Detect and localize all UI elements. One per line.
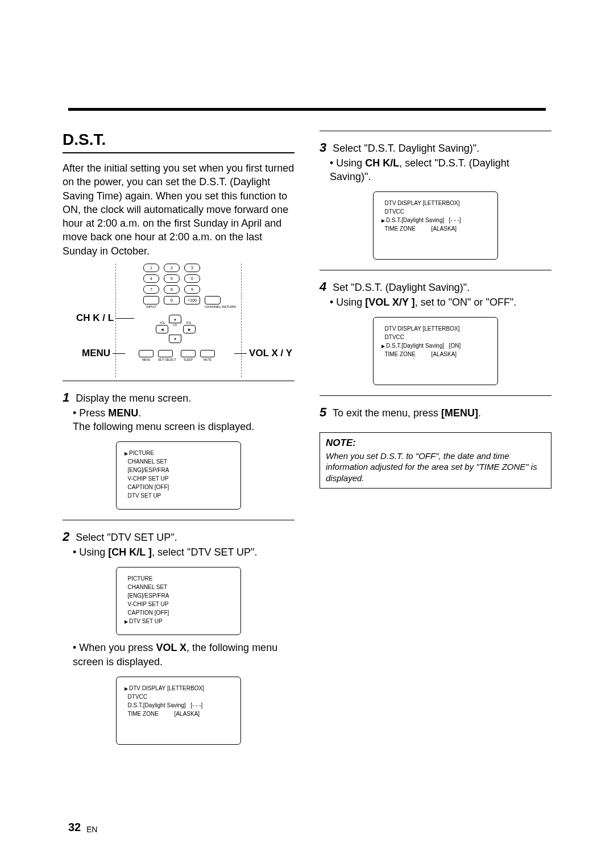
intro-paragraph: After the initial setting you set when y… — [63, 161, 294, 258]
bottom-buttons: MENU SET/ SELECT SLEEP MUTE — [139, 350, 215, 361]
remote-outline: 123 456 789 INPUT 0 +100 CHANNEL RETURN … — [115, 264, 242, 377]
mute-label: MUTE — [200, 358, 215, 361]
manual-page: D.S.T. After the initial setting you set… — [0, 0, 614, 868]
columns: D.S.T. After the initial setting you set… — [63, 131, 551, 755]
sleep-label: SLEEP — [181, 358, 196, 361]
step-2: 2 Select "DTV SET UP". • Using [CH K/L ]… — [63, 520, 294, 755]
step-3-text: 3 Select "D.S.T. Daylight Saving)". — [320, 139, 551, 156]
top-rule — [68, 108, 546, 111]
menu-label: MENU — [82, 348, 125, 359]
ch-label: CH K / L — [76, 312, 134, 324]
step-1-number: 1 — [63, 390, 69, 404]
input-label: INPUT — [143, 305, 159, 308]
plus100-button: +100 — [184, 296, 200, 304]
step-2-sub3: • When you press VOL X, the following me… — [73, 641, 294, 669]
keypad: 123 456 789 INPUT 0 +100 CHANNEL RETURN — [143, 264, 236, 311]
note-title: NOTE: — [326, 437, 545, 449]
step-2-text: 2 Select "DTV SET UP". — [63, 528, 294, 545]
step-4: 4 Set "D.S.T. (Daylight Saving)". • Usin… — [320, 270, 551, 395]
step-4-screen: DTV DISPLAY [LETTERBOX]DTVCCD.S.T.[Dayli… — [373, 317, 498, 385]
left-column: D.S.T. After the initial setting you set… — [63, 131, 294, 755]
note-body: When you set D.S.T. to "OFF", the date a… — [326, 450, 545, 484]
step-3-screen: DTV DISPLAY [LETTERBOX]DTVCCD.S.T.[Dayli… — [373, 191, 498, 260]
step-2-screen: PICTURECHANNEL SET[ENG]/ESP/FRAV-CHIP SE… — [116, 567, 241, 635]
remote-diagram: 123 456 789 INPUT 0 +100 CHANNEL RETURN … — [63, 264, 294, 377]
step-3-number: 3 — [320, 140, 326, 155]
step-1-sub2: The following menu screen is displayed. — [73, 420, 294, 433]
step-1-text: 1 Display the menu screen. — [63, 389, 294, 406]
vol-label: VOL X / Y — [234, 348, 292, 359]
step-4-number: 4 — [320, 279, 326, 294]
step-3: 3 Select "D.S.T. Daylight Saving)". • Us… — [320, 131, 551, 270]
step-5: 5 To exit the menu, press [MENU]. — [320, 395, 551, 425]
channel-return-label: CHANNEL RETURN — [205, 305, 236, 308]
step-2-sub: • Using [CH K/L ], select "DTV SET UP". — [73, 545, 294, 559]
right-column: 3 Select "D.S.T. Daylight Saving)". • Us… — [320, 131, 551, 755]
step-4-sub: • Using [VOL X/Y ], set to "ON" or "OFF"… — [330, 295, 551, 309]
dpad-down: ▼ — [169, 335, 181, 343]
page-lang: EN — [86, 825, 97, 834]
step-3-sub: • Using CH K/L, select "D.S.T. (Daylight… — [330, 156, 551, 184]
step-1-screen: PICTURECHANNEL SET[ENG]/ESP/FRAV-CHIP SE… — [116, 441, 241, 510]
dpad: CH▲ ▼ ◀VOL VOL▶ — [156, 315, 196, 343]
menu-btn-label: MENU — [139, 358, 154, 361]
step-2-number: 2 — [63, 529, 69, 544]
section-title: D.S.T. — [63, 131, 294, 153]
step-5-number: 5 — [320, 405, 326, 419]
dpad-up: CH▲ — [169, 315, 181, 323]
page-number: 32 — [68, 821, 81, 834]
step-2-screen2: DTV DISPLAY [LETTERBOX]DTVCCD.S.T.[Dayli… — [116, 677, 241, 745]
note-box: NOTE: When you set D.S.T. to "OFF", the … — [320, 432, 551, 489]
step-1-sub: • Press MENU. — [73, 406, 294, 420]
step-1: 1 Display the menu screen. • Press MENU.… — [63, 381, 294, 520]
dpad-left: ◀VOL — [156, 325, 168, 333]
step-4-text: 4 Set "D.S.T. (Daylight Saving)". — [320, 278, 551, 295]
step-5-text: 5 To exit the menu, press [MENU]. — [320, 404, 551, 421]
dpad-right: VOL▶ — [183, 325, 196, 333]
set-select-label: SET/ SELECT — [158, 358, 176, 361]
